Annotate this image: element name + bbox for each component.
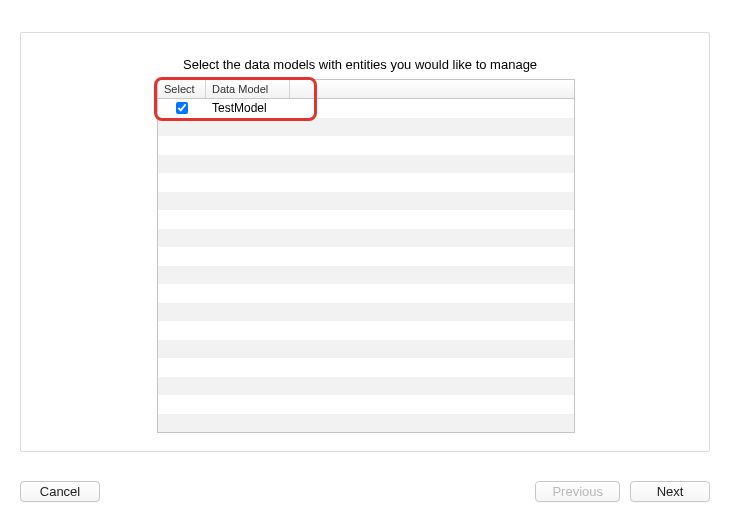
cell-select — [158, 102, 206, 114]
data-model-table: Select Data Model TestModel — [157, 79, 575, 433]
table-row — [158, 395, 574, 414]
table-row — [158, 377, 574, 396]
column-header-data-model[interactable]: Data Model — [206, 80, 290, 98]
table-row — [158, 247, 574, 266]
table-body: TestModel — [158, 99, 574, 432]
table-row — [158, 155, 574, 174]
cancel-button[interactable]: Cancel — [20, 481, 100, 502]
next-button[interactable]: Next — [630, 481, 710, 502]
table-row[interactable]: TestModel — [158, 99, 574, 118]
select-checkbox[interactable] — [176, 102, 188, 114]
table-row — [158, 266, 574, 285]
table-row — [158, 303, 574, 322]
instruction-text: Select the data models with entities you… — [183, 57, 537, 72]
table-row — [158, 321, 574, 340]
table-row — [158, 284, 574, 303]
column-header-spacer — [290, 80, 574, 98]
cell-data-model: TestModel — [206, 101, 574, 115]
table-row — [158, 118, 574, 137]
main-panel: Select the data models with entities you… — [20, 32, 710, 452]
button-row: Cancel Previous Next — [20, 481, 710, 502]
previous-button: Previous — [535, 481, 620, 502]
table-row — [158, 136, 574, 155]
table-row — [158, 192, 574, 211]
table-row — [158, 358, 574, 377]
table-row — [158, 414, 574, 433]
table-row — [158, 229, 574, 248]
column-header-select[interactable]: Select — [158, 80, 206, 98]
right-buttons: Previous Next — [535, 481, 710, 502]
table-header: Select Data Model — [158, 80, 574, 99]
table-row — [158, 210, 574, 229]
table-row — [158, 340, 574, 359]
table-row — [158, 173, 574, 192]
